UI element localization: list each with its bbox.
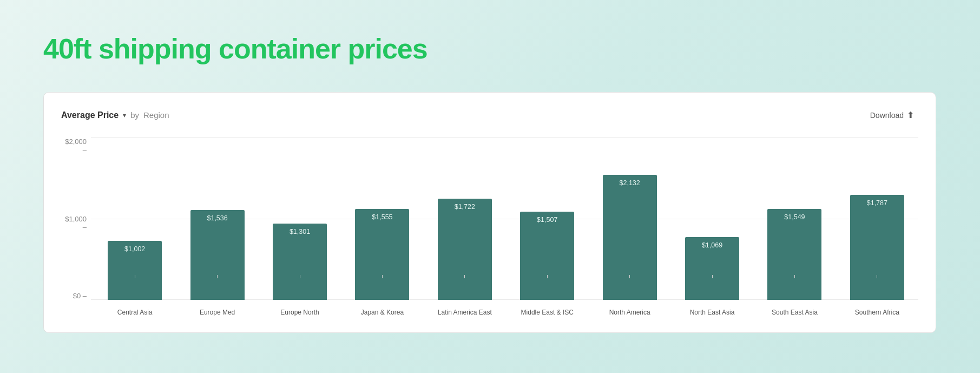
bar-value: $1,069	[702, 237, 722, 249]
bar-group: $1,549South East Asia	[753, 138, 836, 300]
bar-group: $1,787Southern Africa	[836, 138, 918, 300]
bar-value: $1,507	[537, 212, 557, 224]
tick-mark	[300, 275, 300, 278]
bar-group: $1,002Central Asia	[94, 138, 176, 300]
bar-value: $1,555	[372, 209, 392, 221]
bar-value: $2,132	[620, 175, 640, 187]
y-axis: $2,000 –$1,000 –$0 –	[61, 138, 91, 300]
bar-group: $1,507Middle East & ISC	[506, 138, 588, 300]
chart-header-left: Average Price ▾ by Region	[61, 110, 169, 120]
bar-label: Europe North	[280, 309, 319, 316]
bar-label: South East Asia	[772, 309, 818, 316]
y-axis-label: $0 –	[61, 292, 91, 300]
tick-mark	[382, 275, 383, 278]
bar-label: North East Asia	[690, 309, 735, 316]
bar-label: Central Asia	[117, 309, 153, 316]
by-label: by	[130, 110, 139, 120]
tick-mark	[794, 275, 795, 278]
bar[interactable]: $1,507	[520, 212, 574, 300]
bar-group: $1,069North East Asia	[671, 138, 753, 300]
bar-group: $2,132North America	[588, 138, 670, 300]
bar-value: $1,787	[867, 195, 887, 207]
tick-mark	[464, 275, 465, 278]
download-button[interactable]: Download ⬆	[866, 108, 918, 122]
bar-value: $1,301	[290, 224, 310, 235]
tick-mark	[217, 275, 218, 278]
bar-label: Europe Med	[200, 309, 235, 316]
tick-mark	[877, 275, 877, 278]
chevron-down-icon: ▾	[123, 112, 126, 119]
bars-wrapper: $1,002Central Asia$1,536Europe Med$1,301…	[94, 138, 918, 322]
bar-label: Japan & Korea	[361, 309, 404, 316]
bar-value: $1,536	[207, 210, 227, 222]
bar[interactable]: $1,722	[438, 199, 492, 300]
bar-label: Southern Africa	[855, 309, 899, 316]
bar-group: $1,555Japan & Korea	[341, 138, 423, 300]
metric-label[interactable]: Average Price	[61, 110, 119, 120]
bar[interactable]: $1,002	[108, 241, 162, 300]
tick-mark	[629, 275, 630, 278]
tick-mark	[547, 275, 548, 278]
chart-header: Average Price ▾ by Region Download ⬆	[61, 108, 918, 122]
bar-label: Latin America East	[438, 309, 492, 316]
bar[interactable]: $1,069	[685, 237, 739, 300]
bar[interactable]: $1,536	[190, 210, 245, 300]
bar[interactable]: $1,301	[273, 224, 327, 300]
bar-group: $1,301Europe North	[259, 138, 341, 300]
bar-group: $1,722Latin America East	[424, 138, 506, 300]
download-icon: ⬆	[907, 110, 914, 120]
dimension-label: Region	[143, 110, 169, 120]
download-label: Download	[870, 111, 904, 120]
bar-label: Middle East & ISC	[521, 309, 574, 316]
bar-value: $1,722	[455, 199, 475, 211]
tick-mark	[712, 275, 713, 278]
bar[interactable]: $1,549	[767, 209, 821, 300]
bar[interactable]: $2,132	[603, 175, 657, 300]
bar-group: $1,536Europe Med	[176, 138, 258, 300]
chart-container: Average Price ▾ by Region Download ⬆ $2,…	[43, 92, 936, 333]
bar-label: North America	[609, 309, 650, 316]
page-title: 40ft shipping container prices	[43, 32, 427, 65]
tick-mark	[135, 275, 135, 278]
bar-value: $1,002	[124, 241, 145, 253]
bar[interactable]: $1,555	[355, 209, 409, 300]
y-axis-label: $2,000 –	[61, 138, 91, 154]
bar-value: $1,549	[784, 209, 805, 221]
bar[interactable]: $1,787	[850, 195, 904, 300]
y-axis-label: $1,000 –	[61, 215, 91, 231]
chart-area: $2,000 –$1,000 –$0 – $1,002Central Asia$…	[61, 138, 918, 322]
